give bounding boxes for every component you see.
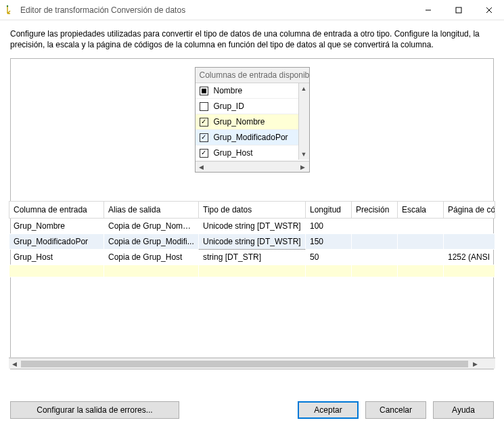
scroll-down-icon[interactable]: ▼ (299, 149, 309, 160)
cell-scale[interactable] (398, 250, 444, 265)
table-row[interactable]: Grup_Nombre Copia de Grup_Nombre Unicode… (9, 219, 495, 234)
description-text: Configure las propiedades utilizadas par… (0, 20, 504, 55)
cell-codepage[interactable] (444, 234, 495, 250)
scroll-thumb[interactable] (21, 361, 468, 367)
cell-data-type[interactable]: string [DT_STR] (199, 250, 306, 265)
available-columns-container: Columnas de entrada disponibl... Nombre … (16, 67, 488, 173)
available-column-label: Grup_Nombre (214, 117, 265, 127)
scroll-up-icon[interactable]: ▲ (299, 83, 309, 94)
available-columns-vscrollbar[interactable]: ▲ ▼ (298, 83, 309, 160)
table-row[interactable]: Grup_ModificadoPor Copia de Grup_Modifi.… (9, 234, 495, 250)
main-panel: Columnas de entrada disponibl... Nombre … (10, 58, 494, 369)
available-columns-header-label: Columnas de entrada disponibl... (200, 70, 309, 80)
maximize-button[interactable] (443, 0, 474, 20)
scroll-right-icon[interactable]: ▶ (298, 164, 308, 171)
titlebar: Editor de transformación Conversión de d… (0, 0, 504, 20)
available-column-item[interactable]: Grup_ID (196, 99, 309, 114)
help-button[interactable]: Ayuda (433, 401, 494, 419)
cell-scale[interactable] (398, 234, 444, 250)
scroll-left-icon[interactable]: ◀ (197, 164, 206, 171)
grid-container: Columna de entrada Alias de salida Tipo … (9, 201, 495, 369)
cancel-button[interactable]: Cancelar (365, 401, 426, 419)
available-column-item[interactable]: Grup_Nombre (196, 114, 309, 130)
col-header-length[interactable]: Longitud (306, 202, 352, 219)
cell-codepage[interactable] (444, 219, 495, 234)
cell-length[interactable]: 150 (306, 234, 352, 250)
data-grid-table: Columna de entrada Alias de salida Tipo … (9, 201, 495, 277)
configure-error-output-button[interactable]: Configurar la salida de errores... (10, 401, 179, 419)
col-header-output-alias[interactable]: Alias de salida (104, 202, 199, 219)
cell-input-column[interactable]: Grup_Nombre (9, 219, 104, 234)
cell-input-column[interactable]: Grup_ModificadoPor (9, 234, 104, 250)
cell-length[interactable]: 100 (306, 219, 352, 234)
available-column-label: Grup_ModificadoPor (214, 133, 288, 142)
checkbox-icon[interactable] (200, 87, 208, 95)
svg-rect-1 (456, 7, 461, 13)
available-columns-hscrollbar[interactable]: ◀ ▶ (196, 161, 309, 172)
col-header-codepage[interactable]: Página de có (444, 202, 495, 219)
grid-header-row: Columna de entrada Alias de salida Tipo … (9, 202, 495, 219)
available-columns-body: Nombre Grup_ID Grup_Nombre Grup_Modifica… (196, 83, 309, 172)
cell-scale[interactable] (398, 219, 444, 234)
checkbox-icon[interactable] (200, 102, 208, 111)
checkbox-icon[interactable] (200, 133, 208, 142)
cell-precision[interactable] (352, 219, 398, 234)
available-column-label: Grup_ID (214, 101, 244, 111)
available-column-item[interactable]: Nombre (196, 83, 309, 99)
window-controls (413, 0, 504, 20)
table-new-row[interactable] (9, 265, 495, 277)
cell-output-alias[interactable]: Copia de Grup_Host (104, 250, 199, 265)
cell-precision[interactable] (352, 250, 398, 265)
checkbox-icon[interactable] (200, 149, 208, 158)
cell-codepage[interactable]: 1252 (ANSI (444, 250, 495, 265)
minimize-button[interactable] (413, 0, 443, 20)
table-row[interactable]: Grup_Host Copia de Grup_Host string [DT_… (9, 250, 495, 265)
scroll-left-icon[interactable]: ◀ (9, 361, 20, 367)
footer-right-buttons: Aceptar Cancelar Ayuda (298, 401, 494, 419)
accept-button[interactable]: Aceptar (298, 401, 359, 419)
available-column-label: Nombre (214, 86, 243, 95)
available-column-item[interactable]: Grup_Host (196, 145, 309, 161)
cell-length[interactable]: 50 (306, 250, 352, 265)
footer: Configurar la salida de errores... Acept… (0, 393, 504, 431)
cell-data-type[interactable]: Unicode string [DT_WSTR] (199, 234, 306, 250)
svg-point-0 (7, 5, 8, 6)
available-columns-list: Nombre Grup_ID Grup_Nombre Grup_Modifica… (196, 83, 309, 161)
cell-precision[interactable] (352, 234, 398, 250)
available-columns-header[interactable]: Columnas de entrada disponibl... (196, 68, 309, 83)
close-button[interactable] (474, 0, 504, 20)
scroll-track[interactable] (206, 164, 298, 171)
col-header-precision[interactable]: Precisión (352, 202, 398, 219)
checkbox-icon[interactable] (200, 118, 208, 127)
col-header-scale[interactable]: Escala (398, 202, 444, 219)
available-columns-box: Columnas de entrada disponibl... Nombre … (195, 67, 310, 173)
cell-output-alias[interactable]: Copia de Grup_Modifi... (104, 234, 199, 250)
data-grid[interactable]: Columna de entrada Alias de salida Tipo … (9, 201, 495, 358)
cell-data-type[interactable]: Unicode string [DT_WSTR] (199, 219, 306, 234)
app-icon (5, 5, 16, 16)
col-header-data-type[interactable]: Tipo de datos (199, 202, 306, 219)
cell-output-alias[interactable]: Copia de Grup_Nombre (104, 219, 199, 234)
window-title: Editor de transformación Conversión de d… (20, 5, 413, 15)
available-column-label: Grup_Host (214, 148, 253, 158)
cell-input-column[interactable]: Grup_Host (9, 250, 104, 265)
available-column-item[interactable]: Grup_ModificadoPor (196, 130, 309, 145)
grid-hscrollbar[interactable]: ◀ ▶ (9, 358, 495, 369)
scroll-right-icon[interactable]: ▶ (469, 361, 480, 367)
col-header-input-column[interactable]: Columna de entrada (9, 202, 104, 219)
